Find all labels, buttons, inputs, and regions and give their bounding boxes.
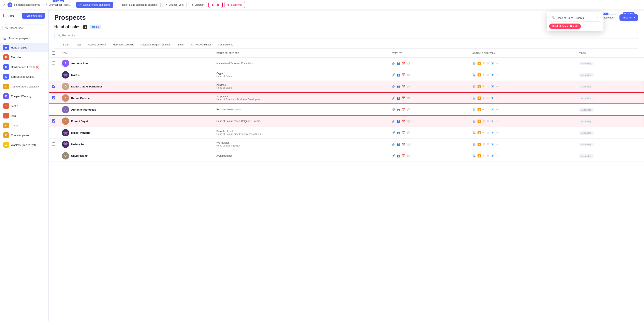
filter-tab-7[interactable]: Invitation env... [215,41,237,49]
waa-icon4-4[interactable]: ✉ [487,96,489,100]
waa-icon6-8[interactable]: ✈ [496,143,498,146]
calendar-icon-4[interactable]: 📅 [402,96,405,100]
tag-chip-head-of-sales-clients[interactable]: Head of Sales - Clients [549,24,581,29]
at-icon-2[interactable]: @ [407,73,410,77]
start-campaign-button[interactable]: 🚀 Démarrer une campagne [76,2,113,8]
people-icon-4[interactable]: 👥 [397,96,400,100]
sidebar-item-test2[interactable]: T Test 2 [0,101,48,111]
sidebar-item-head-sales[interactable]: H Head of sales [0,43,48,52]
sidebar-item-recruiter[interactable]: R Recruiter [0,52,48,62]
sidebar-item-cibles[interactable]: C Cibles [0,121,48,130]
waa-icon1-3[interactable]: 📡 [472,85,476,88]
waa-icon6-2[interactable]: ✈ [496,73,498,77]
waa-icon2-9[interactable]: 📶 [477,154,481,157]
waa-icon1-4[interactable]: 📡 [472,96,476,100]
at-icon-8[interactable]: @ [407,143,410,146]
at-icon-6[interactable]: @ [407,120,410,123]
create-list-button[interactable]: + Créer une liste [22,13,45,19]
waa-icon5-7[interactable]: 📧 [491,131,494,134]
row-checkbox-cell-7[interactable] [49,127,59,139]
filter-tab-4[interactable]: Messages Request Linkedin [138,41,174,49]
sidebar-search-input[interactable] [10,26,44,30]
waa-icon6-5[interactable]: ✈ [496,108,498,111]
row-checkbox-cell-6[interactable] [49,115,59,127]
people-icon-9[interactable]: 👥 [397,154,400,157]
calendar-icon-6[interactable]: 📅 [402,120,405,123]
sidebar-item-hard-bounce[interactable]: H Hard Bounce Emails ❌ [0,62,48,72]
waa-icon1-5[interactable]: 📡 [472,108,476,111]
ai-prospect-finder-button[interactable]: NOUVEAU ✦ AI Prospect Finder... [42,2,74,8]
waa-icon1-9[interactable]: 📡 [472,154,476,157]
link-icon-3[interactable]: 🔗 [392,85,395,88]
link-icon-8[interactable]: 🔗 [392,143,395,146]
calendar-icon-9[interactable]: 📅 [402,154,405,157]
people-icon-7[interactable]: 👥 [397,131,400,134]
waa-icon5-5[interactable]: 📧 [491,108,494,111]
row-checkbox-cell-4[interactable] [49,92,59,104]
waa-icon1-1[interactable]: 📡 [472,62,476,65]
sidebar-item-collaborateurs[interactable]: C Collaborateurs Waalaxy [0,82,48,91]
row-checkbox-1[interactable] [52,62,55,65]
row-checkbox-cell-2[interactable] [49,69,59,81]
at-icon-5[interactable]: @ [407,108,410,111]
row-checkbox-cell-1[interactable] [49,58,59,69]
waa-icon4-8[interactable]: ✉ [487,143,489,146]
calendar-icon-1[interactable]: 📅 [402,62,405,65]
row-checkbox-cell-9[interactable] [49,150,59,162]
waa-icon5-1[interactable]: 📧 [491,62,494,65]
waa-icon3-4[interactable]: 👁 [482,96,485,100]
waa-icon3-6[interactable]: 👁 [482,120,485,123]
waa-icon3-7[interactable]: 👁 [482,131,485,134]
row-checkbox-5[interactable] [52,108,55,111]
filter-tab-6[interactable]: AI Prospect Finder [188,41,214,49]
move-to-button[interactable]: ↗ Déplacer vers [162,2,186,8]
sidebar-item-equipes[interactable]: E Equipes Waalaxy [0,91,48,101]
waa-icon3-8[interactable]: 👁 [482,143,485,146]
waa-icon6-3[interactable]: ✈ [496,85,498,88]
filter-tab-0[interactable]: Statut [60,41,72,49]
tag-search-input[interactable] [557,17,595,20]
row-checkbox-9[interactable] [52,154,55,157]
at-icon-9[interactable]: @ [407,154,410,157]
waa-icon4-3[interactable]: ✉ [487,85,489,88]
waa-icon3-2[interactable]: 👁 [482,73,485,77]
waa-icon1-6[interactable]: 📡 [472,120,476,123]
row-checkbox-7[interactable] [52,131,55,134]
waa-icon2-4[interactable]: 📶 [477,96,481,100]
waa-icon5-6[interactable]: 📧 [491,120,494,123]
people-icon-6[interactable]: 👥 [397,120,400,123]
waa-icon2-5[interactable]: 📶 [477,108,481,111]
filter-tab-2[interactable]: Actions Linkedin [85,41,109,49]
row-checkbox-2[interactable] [52,73,55,76]
waa-icon5-3[interactable]: 📧 [491,85,494,88]
link-icon-7[interactable]: 🔗 [392,131,395,134]
link-icon-6[interactable]: 🔗 [392,120,395,123]
row-checkbox-3[interactable] [52,85,55,88]
people-icon-3[interactable]: 👥 [397,85,400,88]
people-icon-2[interactable]: 👥 [397,73,400,77]
sidebar-item-waalaxy-free[interactable]: W Waalaxy (free to test) [0,140,48,150]
sidebar-item-all-prospects[interactable]: ⊞ Tous les prospects [0,34,48,43]
at-icon-3[interactable]: @ [407,85,410,88]
people-icon-1[interactable]: 👥 [397,62,400,65]
calendar-icon-3[interactable]: 📅 [402,85,405,88]
waa-icon4-6[interactable]: ✉ [487,120,489,123]
row-checkbox-6[interactable] [52,119,55,123]
filter-tab-1[interactable]: Tags [73,41,84,49]
waa-icon5-8[interactable]: 📧 [491,143,494,146]
waa-icon2-7[interactable]: 📶 [477,131,481,134]
delete-button[interactable]: 🗑 Supprimer [224,2,245,8]
add-to-campaign-button[interactable]: + Ajouter à une campagne existante [115,2,160,8]
waa-icon6-4[interactable]: ✈ [496,96,498,100]
filter-tab-3[interactable]: Messages Linkedin [110,41,136,49]
prospect-search-input[interactable] [62,34,635,37]
waa-icon2-6[interactable]: 📶 [477,120,481,123]
calendar-icon-5[interactable]: 📅 [402,108,405,111]
at-icon-4[interactable]: @ [407,96,410,100]
sidebar-item-contacts-perso[interactable]: C Contacts perso [0,130,48,140]
select-all-checkbox[interactable] [52,51,55,55]
waa-icon4-1[interactable]: ✉ [487,62,489,65]
waa-icon2-3[interactable]: 📶 [477,85,481,88]
waa-icon4-9[interactable]: ✉ [487,154,489,157]
waa-icon4-2[interactable]: ✉ [487,73,489,77]
